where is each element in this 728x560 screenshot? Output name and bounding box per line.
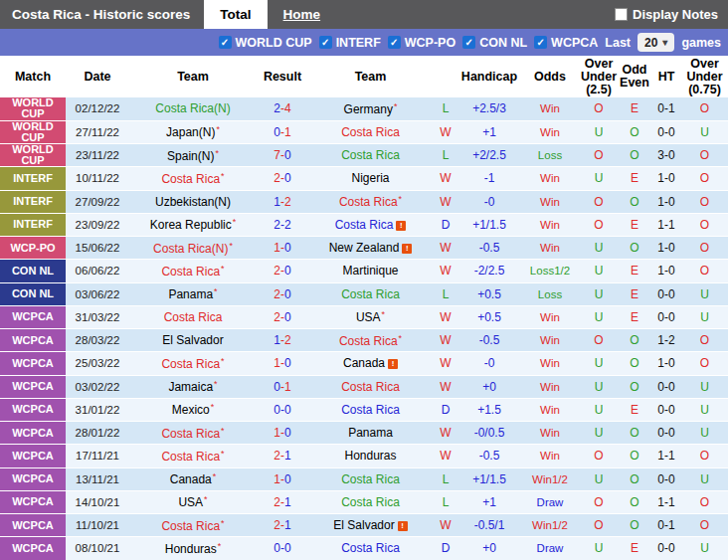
handicap-odds-result: Win — [520, 352, 580, 375]
match-date: 06/06/22 — [66, 260, 129, 282]
away-score: 1 — [284, 518, 291, 532]
away-team-name[interactable]: Honduras — [344, 449, 396, 463]
match-row: WORLD CUP27/11/22Japan(N)*0-1Costa RicaW… — [0, 120, 728, 143]
away-team-name[interactable]: Panama — [348, 426, 393, 440]
halftime-score: 0-0 — [651, 398, 681, 421]
home-team-name[interactable]: El Salvador — [162, 333, 223, 347]
over-under-2-5: U — [580, 398, 618, 421]
win-draw-loss: W — [433, 422, 458, 445]
match-row: WCPCA17/11/21Costa Rica*2-1HondurasW-0.5… — [0, 445, 728, 467]
away-team-name[interactable]: Costa Rica — [341, 287, 400, 301]
filter-item-interf: ✓INTERF — [319, 36, 381, 50]
away-team-name[interactable]: New Zealand — [329, 241, 400, 255]
away-team-name[interactable]: Martinique — [342, 264, 398, 278]
home-team-cell: Costa Rica — [129, 305, 257, 328]
away-score: 1 — [284, 380, 291, 394]
away-score: 0 — [284, 472, 291, 486]
win-draw-loss: W — [433, 237, 458, 260]
home-team-name[interactable]: Honduras — [165, 542, 217, 556]
checkbox-checked-icon[interactable]: ✓ — [219, 36, 232, 49]
note-icon: ! — [396, 221, 406, 231]
home-score: 2 — [273, 449, 280, 463]
over-under-0-75: U — [681, 537, 728, 560]
home-team-name[interactable]: Costa Rica — [161, 265, 220, 279]
away-team-name[interactable]: Costa Rica — [341, 472, 400, 486]
odd-even: O — [618, 190, 651, 213]
score-cell: 1-2 — [257, 329, 308, 352]
away-team-name[interactable]: Costa Rica — [339, 334, 398, 348]
handicap-odds-result: Win — [520, 422, 580, 445]
tab-total[interactable]: Total — [204, 0, 267, 29]
home-team-name[interactable]: Canada — [170, 472, 212, 486]
away-team-name[interactable]: Costa Rica — [341, 380, 400, 394]
win-draw-loss: W — [433, 120, 458, 143]
handicap-odds-result: Win — [520, 375, 580, 398]
away-team-name[interactable]: Costa Rica — [339, 195, 398, 209]
home-team-cell: Jamaica* — [129, 375, 257, 398]
match-competition: INTERF — [0, 213, 66, 236]
score-cell: 2-0 — [257, 305, 308, 328]
home-team-name[interactable]: Costa Rica — [161, 427, 220, 441]
odd-even: O — [618, 352, 651, 375]
halftime-score: 1-0 — [651, 260, 681, 282]
home-team-name[interactable]: USA — [178, 495, 203, 509]
tab-home[interactable]: Home — [268, 0, 337, 29]
display-notes-control: Display Notes — [615, 0, 728, 29]
handicap-odds-result: Loss — [520, 282, 580, 305]
home-team-name[interactable]: Costa Rica — [161, 357, 220, 371]
home-score: 7 — [273, 148, 280, 162]
home-advantage-star-icon: * — [221, 171, 225, 181]
checkbox-checked-icon[interactable]: ✓ — [388, 36, 401, 49]
over-under-0-75: O — [681, 490, 728, 513]
score-cell: 2-0 — [257, 282, 308, 305]
display-notes-checkbox[interactable] — [615, 8, 628, 21]
home-team-name[interactable]: Panama — [168, 287, 213, 301]
odd-even: E — [618, 97, 651, 120]
away-team-name[interactable]: Canada — [343, 356, 385, 370]
away-team-cell: Costa Rica* — [308, 190, 433, 213]
handicap-odds-result: Win — [520, 329, 580, 352]
over-under-2-5: O — [580, 144, 618, 167]
checkbox-checked-icon[interactable]: ✓ — [534, 36, 547, 49]
away-team-name[interactable]: El Salvador — [333, 518, 394, 532]
home-team-name[interactable]: Spain(N) — [167, 149, 214, 163]
home-team-name[interactable]: Costa Rica — [161, 519, 220, 533]
checkbox-checked-icon[interactable]: ✓ — [462, 36, 475, 49]
halftime-score: 0-0 — [651, 467, 681, 490]
away-team-name[interactable]: Costa Rica — [341, 403, 400, 417]
away-team-name[interactable]: Costa Rica — [341, 148, 400, 162]
over-under-2-5: O — [580, 190, 618, 213]
away-team-name[interactable]: Costa Rica — [341, 125, 400, 139]
home-team-name[interactable]: Mexico — [172, 403, 210, 417]
home-team-name[interactable]: Japan(N) — [166, 125, 215, 139]
away-team-name[interactable]: USA — [356, 310, 381, 324]
away-team-name[interactable]: Nigeria — [351, 171, 389, 185]
handicap-value: -0 — [458, 190, 520, 213]
match-row: WCPCA28/01/22Costa Rica*1-0PanamaW-0/0.5… — [0, 422, 728, 445]
score-cell: 1-0 — [257, 352, 308, 375]
odd-even: E — [618, 213, 651, 236]
halftime-score: 1-2 — [651, 329, 681, 352]
away-team-name[interactable]: Germany — [344, 102, 393, 116]
away-team-name[interactable]: Costa Rica — [341, 541, 400, 555]
home-team-name[interactable]: Costa Rica — [161, 172, 220, 186]
home-team-name[interactable]: Costa Rica(N) — [155, 101, 230, 115]
last-games-select[interactable]: 20 ▾ — [637, 33, 674, 52]
match-competition: CON NL — [0, 282, 66, 305]
home-team-name[interactable]: Costa Rica — [161, 450, 220, 464]
home-team-name[interactable]: Costa Rica(N) — [153, 242, 228, 256]
halftime-score: 1-1 — [651, 213, 681, 236]
away-team-name[interactable]: Costa Rica — [335, 218, 394, 232]
match-date: 27/11/22 — [66, 120, 129, 143]
home-team-name[interactable]: Korea Republic — [150, 218, 232, 232]
home-team-name[interactable]: Costa Rica — [164, 310, 223, 324]
handicap-odds-result: Win — [520, 398, 580, 421]
checkbox-checked-icon[interactable]: ✓ — [319, 36, 332, 49]
home-team-name[interactable]: Uzbekistan(N) — [155, 195, 231, 209]
home-team-cell: Costa Rica* — [129, 514, 257, 537]
away-team-name[interactable]: Costa Rica — [341, 495, 400, 509]
home-team-name[interactable]: Jamaica — [168, 380, 213, 394]
score-cell: 1-2 — [257, 190, 308, 213]
home-score: 0 — [273, 403, 280, 417]
halftime-score: 1-0 — [651, 190, 681, 213]
